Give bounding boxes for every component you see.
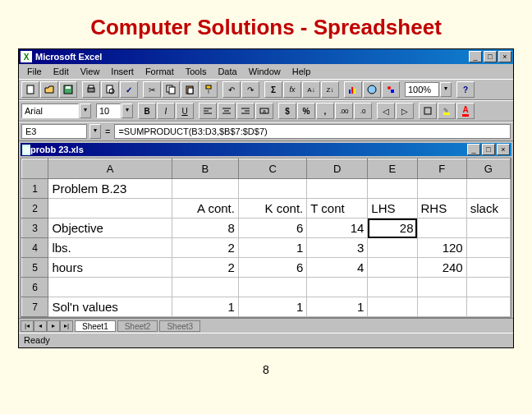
format-painter-button[interactable] — [200, 81, 218, 98]
cell-E4[interactable] — [368, 238, 417, 258]
menu-window[interactable]: Window — [244, 66, 286, 77]
function-button[interactable]: fx — [283, 81, 301, 98]
cell-A1[interactable]: Problem B.23 — [48, 179, 172, 199]
tab-nav-prev[interactable]: ◂ — [34, 320, 47, 332]
close-button[interactable]: × — [498, 51, 511, 62]
save-button[interactable] — [59, 81, 77, 98]
cut-button[interactable]: ✂ — [143, 81, 161, 98]
cell-C7[interactable]: 1 — [238, 297, 306, 317]
cell-B5[interactable]: 2 — [172, 258, 238, 278]
paste-button[interactable] — [181, 81, 199, 98]
cell-E2[interactable]: LHS — [368, 199, 417, 218]
font-selector[interactable]: Arial — [21, 104, 79, 118]
wb-close-button[interactable]: × — [497, 144, 510, 155]
menu-edit[interactable]: Edit — [48, 66, 74, 77]
copy-button[interactable] — [162, 81, 180, 98]
select-all-corner[interactable] — [22, 159, 48, 179]
cell-B1[interactable] — [172, 179, 238, 199]
chart-button[interactable] — [344, 81, 362, 98]
tab-sheet1[interactable]: Sheet1 — [75, 320, 116, 332]
row-header-6[interactable]: 6 — [22, 278, 48, 297]
menu-data[interactable]: Data — [213, 66, 241, 77]
cell-B3[interactable]: 8 — [172, 218, 238, 238]
tab-nav-next[interactable]: ▸ — [47, 320, 60, 332]
cell-D7[interactable]: 1 — [307, 297, 368, 317]
cell-C3[interactable]: 6 — [238, 218, 306, 238]
col-header-G[interactable]: G — [466, 159, 510, 179]
col-header-B[interactable]: B — [172, 159, 238, 179]
cell-D2[interactable]: T cont — [307, 199, 368, 218]
cell-E1[interactable] — [368, 179, 417, 199]
zoom-box[interactable]: 100% — [405, 82, 439, 97]
cell-G3[interactable] — [466, 218, 510, 238]
decrease-indent-button[interactable]: ◁ — [377, 103, 395, 119]
tab-nav-first[interactable]: |◂ — [21, 320, 34, 332]
align-left-button[interactable] — [199, 103, 217, 119]
col-header-C[interactable]: C — [238, 159, 306, 179]
sort-asc-button[interactable]: A↓ — [302, 81, 320, 98]
align-center-button[interactable] — [218, 103, 236, 119]
size-selector[interactable]: 10 — [96, 104, 121, 118]
increase-indent-button[interactable]: ▷ — [396, 103, 414, 119]
cell-E5[interactable] — [368, 258, 417, 278]
new-button[interactable] — [21, 81, 39, 98]
cell-D4[interactable]: 3 — [307, 238, 368, 258]
size-dropdown[interactable]: ▾ — [122, 104, 133, 118]
open-button[interactable] — [40, 81, 58, 98]
cell-E3[interactable]: 28 — [368, 218, 417, 238]
cell-G2[interactable]: slack — [466, 199, 510, 218]
cell-A4[interactable]: lbs. — [48, 238, 172, 258]
sort-desc-button[interactable]: Z↓ — [321, 81, 339, 98]
cell-B7[interactable]: 1 — [172, 297, 238, 317]
italic-button[interactable]: I — [157, 103, 175, 119]
increase-decimal-button[interactable]: .00 — [335, 103, 353, 119]
currency-button[interactable]: $ — [278, 103, 296, 119]
autosum-button[interactable]: Σ — [264, 81, 282, 98]
cell-D3[interactable]: 14 — [307, 218, 368, 238]
col-header-D[interactable]: D — [307, 159, 368, 179]
cell-F2[interactable]: RHS — [417, 199, 466, 218]
cell-F5[interactable]: 240 — [417, 258, 466, 278]
row-header-5[interactable]: 5 — [22, 258, 48, 278]
menu-help[interactable]: Help — [287, 66, 316, 77]
percent-button[interactable]: % — [297, 103, 315, 119]
row-header-7[interactable]: 7 — [22, 297, 48, 317]
row-header-4[interactable]: 4 — [22, 238, 48, 258]
cell-E7[interactable] — [368, 297, 417, 317]
cell-C2[interactable]: K cont. — [238, 199, 306, 218]
cell-F6[interactable] — [417, 278, 466, 297]
tab-sheet2[interactable]: Sheet2 — [117, 320, 158, 332]
cell-F1[interactable] — [417, 179, 466, 199]
minimize-button[interactable]: _ — [469, 51, 482, 62]
wb-maximize-button[interactable]: □ — [482, 144, 495, 155]
row-header-2[interactable]: 2 — [22, 199, 48, 218]
cell-B6[interactable] — [172, 278, 238, 297]
tab-sheet3[interactable]: Sheet3 — [159, 320, 200, 332]
cell-F4[interactable]: 120 — [417, 238, 466, 258]
menu-file[interactable]: File — [22, 66, 47, 77]
menu-format[interactable]: Format — [140, 66, 179, 77]
col-header-A[interactable]: A — [48, 159, 172, 179]
underline-button[interactable]: U — [176, 103, 194, 119]
cell-B4[interactable]: 2 — [172, 238, 238, 258]
cell-G7[interactable] — [466, 297, 510, 317]
cell-G5[interactable] — [466, 258, 510, 278]
comma-button[interactable]: , — [316, 103, 334, 119]
cell-C6[interactable] — [238, 278, 306, 297]
formula-input[interactable]: =SUMPRODUCT(B3:D3,$B$7:$D$7) — [114, 124, 511, 139]
drawing-button[interactable] — [382, 81, 400, 98]
maximize-button[interactable]: □ — [484, 51, 497, 62]
preview-button[interactable] — [101, 81, 119, 98]
align-right-button[interactable] — [236, 103, 255, 119]
cell-E6[interactable] — [368, 278, 417, 297]
menu-tools[interactable]: Tools — [181, 66, 212, 77]
undo-button[interactable]: ↶ — [222, 81, 241, 98]
name-dropdown[interactable]: ▾ — [89, 124, 101, 139]
spellcheck-button[interactable]: ✓ — [120, 81, 138, 98]
cell-F7[interactable] — [417, 297, 466, 317]
decrease-decimal-button[interactable]: .0 — [354, 103, 372, 119]
cell-A6[interactable] — [48, 278, 172, 297]
row-header-1[interactable]: 1 — [22, 179, 48, 199]
cell-A7[interactable]: Sol'n values — [48, 297, 172, 317]
cell-C4[interactable]: 1 — [238, 238, 306, 258]
